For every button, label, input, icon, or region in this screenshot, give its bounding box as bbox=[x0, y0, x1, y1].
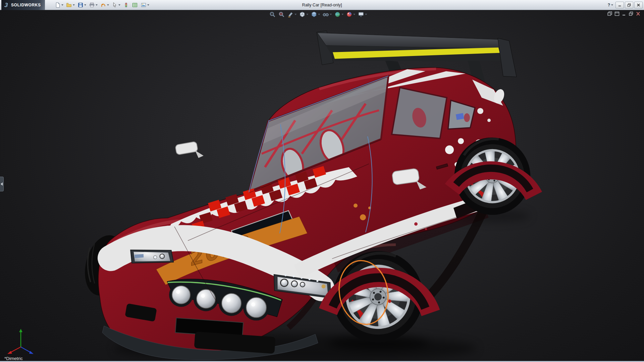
zoom-to-fit-button[interactable] bbox=[269, 11, 276, 18]
dassault-logo-icon bbox=[3, 2, 9, 8]
cascade-windows-button[interactable] bbox=[607, 11, 612, 16]
edit-appearance-button[interactable] bbox=[345, 11, 356, 18]
spoiler-endplate-right bbox=[498, 38, 517, 77]
dropdown-caret bbox=[61, 4, 63, 6]
help-button[interactable]: ? bbox=[606, 3, 614, 7]
new-document-button[interactable] bbox=[54, 1, 64, 9]
view-orientation-cube-icon bbox=[299, 11, 306, 18]
doc-restore-button[interactable] bbox=[629, 11, 634, 16]
orientation-triad bbox=[5, 326, 38, 355]
mirror-left bbox=[175, 140, 204, 162]
zoom-to-area-icon bbox=[278, 11, 285, 18]
undo-button[interactable] bbox=[99, 1, 110, 9]
rebuild-icon bbox=[123, 2, 129, 8]
doc-close-icon bbox=[636, 11, 641, 16]
view-settings-button[interactable] bbox=[357, 11, 367, 18]
close-icon bbox=[637, 3, 640, 7]
doc-restore-icon bbox=[629, 11, 634, 16]
dropdown-caret bbox=[330, 14, 332, 15]
dropdown-caret bbox=[353, 14, 355, 15]
select-button[interactable] bbox=[111, 1, 121, 9]
doc-minimize-button[interactable] bbox=[622, 11, 627, 16]
edit-appearance-ball-icon bbox=[346, 11, 353, 18]
section-view-button[interactable] bbox=[287, 11, 297, 18]
save-icon bbox=[77, 2, 84, 8]
image-icon bbox=[141, 2, 147, 8]
solidworks-logo: SOLIDWORKS bbox=[1, 0, 45, 10]
help-label: ? bbox=[608, 3, 610, 7]
doc-minimize-icon bbox=[622, 11, 627, 16]
dropdown-caret bbox=[84, 4, 86, 6]
tile-windows-button[interactable] bbox=[614, 11, 620, 16]
dropdown-caret bbox=[96, 4, 98, 6]
select-cursor-icon bbox=[112, 2, 118, 8]
rebuild-button[interactable] bbox=[122, 1, 130, 9]
dropdown-caret bbox=[611, 4, 613, 6]
open-folder-icon bbox=[66, 2, 72, 8]
view-orientation-button[interactable] bbox=[299, 11, 309, 18]
orientation-label: *Dimetric bbox=[4, 356, 23, 361]
zoom-to-area-button[interactable] bbox=[278, 11, 285, 18]
dropdown-caret bbox=[365, 14, 367, 15]
titlebar: SOLIDWORKS bbox=[0, 0, 644, 10]
apply-scene-button[interactable] bbox=[334, 11, 344, 18]
print-button[interactable] bbox=[88, 1, 99, 9]
new-document-icon bbox=[55, 2, 61, 8]
apply-scene-globe-icon bbox=[334, 11, 341, 18]
minimize-button[interactable] bbox=[615, 2, 624, 8]
display-style-icon bbox=[311, 11, 317, 18]
minimize-icon bbox=[618, 3, 622, 7]
display-style-button[interactable] bbox=[310, 11, 320, 18]
document-window-controls bbox=[607, 11, 641, 16]
dropdown-caret bbox=[73, 4, 75, 6]
restore-icon bbox=[627, 3, 631, 7]
collapse-arrow-icon bbox=[1, 182, 3, 186]
feature-panel-tab[interactable] bbox=[0, 177, 4, 191]
solidworks-window: SOLIDWORKS bbox=[0, 0, 644, 362]
dropdown-caret bbox=[107, 4, 109, 6]
tile-windows-icon bbox=[614, 11, 620, 16]
standard-toolbar bbox=[54, 1, 150, 9]
hide-show-glasses-icon bbox=[322, 11, 329, 18]
zoom-to-fit-icon bbox=[269, 11, 276, 18]
cascade-windows-icon bbox=[607, 11, 612, 16]
restore-button[interactable] bbox=[625, 2, 633, 8]
heads-up-toolbar bbox=[269, 11, 367, 18]
undo-icon bbox=[100, 2, 106, 8]
close-button[interactable] bbox=[634, 2, 643, 8]
view-settings-icon bbox=[358, 11, 364, 18]
design-table-icon bbox=[132, 2, 138, 8]
section-view-icon bbox=[287, 11, 294, 18]
dropdown-caret bbox=[341, 14, 343, 15]
design-table-button[interactable] bbox=[131, 1, 139, 9]
dropdown-caret bbox=[118, 4, 120, 6]
dropdown-caret bbox=[147, 4, 149, 6]
open-document-button[interactable] bbox=[65, 1, 76, 9]
print-icon bbox=[89, 2, 95, 8]
graphics-viewport[interactable]: 2012 bbox=[0, 10, 644, 361]
save-button[interactable] bbox=[76, 1, 87, 9]
dropdown-caret bbox=[306, 14, 308, 15]
car-render: 2012 bbox=[0, 10, 644, 361]
image-options-button[interactable] bbox=[140, 1, 150, 9]
hide-show-items-button[interactable] bbox=[322, 11, 332, 18]
dropdown-caret bbox=[318, 14, 320, 15]
dropdown-caret bbox=[294, 14, 297, 15]
doc-close-button[interactable] bbox=[636, 11, 641, 16]
window-title: Rally Car [Read-only] bbox=[302, 3, 342, 7]
window-controls: ? bbox=[606, 2, 643, 8]
brand-text: SOLIDWORKS bbox=[11, 3, 41, 7]
